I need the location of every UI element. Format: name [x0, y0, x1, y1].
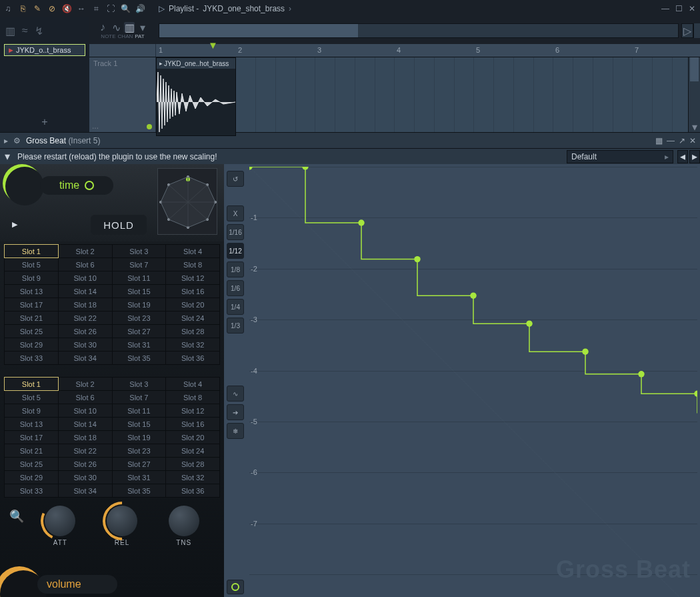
- track-more-icon[interactable]: ...: [92, 121, 99, 131]
- slot-button[interactable]: Slot 20: [166, 431, 220, 444]
- snap-1-4-button[interactable]: 1/4: [227, 299, 244, 315]
- slot-button[interactable]: Slot 22: [58, 312, 112, 325]
- slot-button[interactable]: Slot 25: [5, 325, 59, 338]
- plugin-detach-button[interactable]: ↗: [679, 136, 685, 145]
- slot-button[interactable]: Slot 26: [58, 458, 112, 471]
- slot-button[interactable]: Slot 8: [166, 391, 220, 404]
- hold-button[interactable]: HOLD: [91, 215, 147, 235]
- slot-button[interactable]: Slot 21: [5, 312, 59, 325]
- slot-button[interactable]: Slot 1: [5, 245, 59, 258]
- slot-button[interactable]: Slot 29: [5, 471, 59, 484]
- overview-thumb[interactable]: [159, 24, 358, 37]
- slot-button[interactable]: Slot 23: [112, 444, 166, 458]
- chevron-right-icon[interactable]: ›: [289, 4, 291, 13]
- magnify-icon[interactable]: 🔍: [9, 509, 24, 524]
- slot-button[interactable]: Slot 15: [112, 285, 166, 298]
- slot-button[interactable]: Slot 6: [58, 391, 112, 404]
- slot-button[interactable]: Slot 9: [5, 271, 59, 285]
- wrench-icon[interactable]: ↯: [35, 25, 43, 37]
- slot-button[interactable]: Slot 25: [5, 458, 59, 471]
- slot-button[interactable]: Slot 10: [58, 404, 112, 418]
- speaker-icon[interactable]: 🔊: [135, 3, 145, 14]
- snap-1-6-button[interactable]: 1/6: [227, 280, 244, 296]
- slot-button[interactable]: Slot 23: [112, 312, 166, 325]
- headphones-icon[interactable]: ♫: [3, 3, 13, 14]
- slot-button[interactable]: Slot 31: [112, 471, 166, 484]
- slot-button[interactable]: Slot 27: [112, 458, 166, 471]
- preset-next-button[interactable]: ▸: [689, 150, 700, 163]
- att-knob[interactable]: ATT: [45, 506, 75, 546]
- pattern-radar[interactable]: [157, 168, 217, 235]
- slot-button[interactable]: Slot 31: [112, 338, 166, 352]
- preset-menu-chevron-icon[interactable]: ▾: [0, 150, 15, 163]
- slot-button[interactable]: Slot 27: [112, 325, 166, 338]
- select-icon[interactable]: ⌗: [91, 3, 101, 14]
- slot-button[interactable]: Slot 22: [58, 444, 112, 458]
- freeze-button[interactable]: ❄: [227, 423, 244, 439]
- slot-button[interactable]: Slot 35: [112, 352, 166, 365]
- minimize-button[interactable]: —: [660, 3, 671, 14]
- slot-button[interactable]: Slot 26: [58, 325, 112, 338]
- overview-scrollbar[interactable]: [159, 23, 679, 38]
- pencil-icon[interactable]: ✎: [32, 3, 43, 14]
- slot-button[interactable]: Slot 11: [112, 271, 166, 285]
- snap-1-8-button[interactable]: 1/8: [227, 261, 244, 277]
- snap-x-button[interactable]: X: [227, 205, 244, 221]
- crop-icon[interactable]: ⛶: [105, 3, 116, 14]
- slot-button[interactable]: Slot 35: [112, 484, 166, 498]
- gear-icon[interactable]: ⚙: [13, 136, 21, 145]
- playhead-marker-icon[interactable]: ▼: [208, 39, 218, 51]
- slot-button[interactable]: Slot 21: [5, 444, 59, 458]
- slot-button[interactable]: Slot 6: [58, 258, 112, 271]
- plugin-menu-arrow-icon[interactable]: ▸: [4, 136, 8, 145]
- slot-button[interactable]: Slot 19: [112, 431, 166, 444]
- slot-button[interactable]: Slot 12: [166, 404, 220, 418]
- rel-knob[interactable]: REL: [107, 506, 137, 546]
- preset-selector[interactable]: Default ▸: [567, 150, 673, 163]
- slot-button[interactable]: Slot 34: [58, 352, 112, 365]
- slot-button[interactable]: Slot 2: [58, 378, 112, 391]
- slot-button[interactable]: Slot 5: [5, 391, 59, 404]
- time-knob[interactable]: [5, 167, 44, 205]
- slot-button[interactable]: Slot 30: [58, 338, 112, 352]
- mode-automation-icon[interactable]: ∿: [111, 22, 121, 33]
- slot-button[interactable]: Slot 16: [166, 285, 220, 298]
- slot-button[interactable]: Slot 3: [112, 378, 166, 391]
- slot-button[interactable]: Slot 33: [5, 352, 59, 365]
- slot-button[interactable]: Slot 30: [58, 471, 112, 484]
- slot-button[interactable]: Slot 14: [58, 418, 112, 431]
- snap-1-16-button[interactable]: 1/16: [227, 224, 244, 240]
- slot-button[interactable]: Slot 36: [166, 352, 220, 365]
- mode-pattern-icon[interactable]: ▥: [124, 22, 135, 33]
- preset-prev-button[interactable]: ◂: [677, 150, 688, 163]
- slot-button[interactable]: Slot 24: [166, 444, 220, 458]
- play-icon[interactable]: ▶: [12, 220, 17, 229]
- slot-button[interactable]: Slot 18: [58, 431, 112, 444]
- slot-button[interactable]: Slot 8: [166, 258, 220, 271]
- snap-1-3-button[interactable]: 1/3: [227, 318, 244, 334]
- slot-button[interactable]: Slot 32: [166, 471, 220, 484]
- tns-knob[interactable]: TNS: [169, 506, 199, 546]
- source-clip[interactable]: ► JYKD_o..t_brass: [4, 44, 85, 56]
- slot-button[interactable]: Slot 3: [112, 245, 166, 258]
- vscroll-down-icon[interactable]: ▾: [689, 121, 700, 132]
- slot-button[interactable]: Slot 18: [58, 298, 112, 312]
- slot-button[interactable]: Slot 13: [5, 418, 59, 431]
- slot-button[interactable]: Slot 24: [166, 312, 220, 325]
- graph-clock-button[interactable]: [227, 580, 244, 594]
- slot-button[interactable]: Slot 17: [5, 431, 59, 444]
- slot-button[interactable]: Slot 20: [166, 298, 220, 312]
- playlist-vscroll[interactable]: ▾: [688, 57, 700, 132]
- snap-undo-button[interactable]: ↺: [227, 171, 244, 187]
- slot-button[interactable]: Slot 13: [5, 285, 59, 298]
- add-track-button[interactable]: +: [0, 116, 89, 132]
- vscroll-thumb[interactable]: [690, 57, 699, 81]
- disable-icon[interactable]: ⊘: [47, 3, 57, 14]
- overview-zoom-handle[interactable]: [693, 23, 700, 38]
- slot-button[interactable]: Slot 17: [5, 298, 59, 312]
- mode-note-icon[interactable]: ♪: [97, 22, 108, 33]
- slot-button[interactable]: Slot 4: [166, 245, 220, 258]
- overview-next-button[interactable]: ▷: [681, 23, 693, 38]
- slot-button[interactable]: Slot 4: [166, 378, 220, 391]
- clip-area[interactable]: ▸ JYKD_one..hot_brass: [156, 57, 700, 132]
